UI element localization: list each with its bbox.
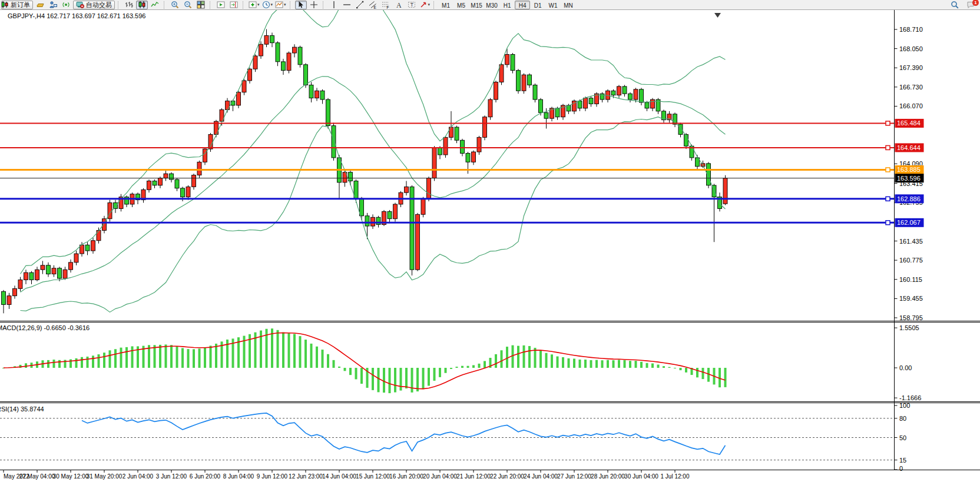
- candle-body: [270, 35, 274, 42]
- zoom-in-button[interactable]: [169, 1, 181, 9]
- toolbar-separator: [433, 1, 436, 9]
- trendline-button[interactable]: [354, 1, 366, 9]
- timeframe-button-d1[interactable]: D1: [530, 1, 545, 9]
- arrows-icon: [419, 1, 428, 9]
- indicators-button[interactable]: ▾: [248, 1, 260, 9]
- candle-body: [208, 134, 213, 149]
- candle-body: [578, 101, 582, 108]
- macd-histogram-bar: [277, 330, 279, 368]
- new-order-button[interactable]: 新订单: [1, 1, 33, 9]
- price-tick-label: 159.455: [899, 295, 923, 302]
- profiles-button[interactable]: [34, 1, 46, 9]
- macd-histogram-bar: [651, 363, 654, 368]
- fibonacci-button[interactable]: F: [380, 1, 392, 9]
- timeframe-button-m15[interactable]: M15: [469, 1, 484, 9]
- macd-histogram-bar: [181, 348, 184, 368]
- zoom-in-icon: [171, 1, 179, 9]
- macd-histogram-bar: [271, 328, 273, 368]
- candle-body: [315, 91, 319, 98]
- candle-body: [326, 99, 330, 125]
- macd-histogram-bar: [601, 360, 604, 368]
- macd-histogram-bar: [478, 364, 481, 368]
- macd-histogram-bar: [461, 366, 463, 368]
- zoom-out-button[interactable]: [182, 1, 194, 9]
- market-watch-button[interactable]: [47, 1, 59, 9]
- templates-button[interactable]: ▾: [274, 1, 287, 9]
- macd-tick-label: -1.1666: [899, 394, 921, 401]
- candle-body: [488, 99, 492, 117]
- candle-body: [623, 87, 627, 94]
- timeframe-button-m5[interactable]: M5: [453, 1, 469, 9]
- timeframe-button-h1[interactable]: H1: [499, 1, 515, 9]
- dropdown-arrow-icon[interactable]: ▾: [284, 2, 286, 7]
- hline-handle[interactable]: [886, 168, 890, 172]
- macd-histogram-bar: [573, 358, 575, 368]
- macd-histogram-bar: [439, 368, 441, 377]
- hline-handle[interactable]: [886, 145, 890, 149]
- tile-windows-button[interactable]: [195, 1, 207, 9]
- template-icon: [275, 1, 283, 9]
- macd-histogram-bar: [724, 368, 727, 387]
- mt4-window: 168.710168.050167.390166.730166.070164.0…: [0, 0, 980, 482]
- auto-scroll-button[interactable]: [215, 1, 227, 9]
- candle-body: [276, 43, 280, 62]
- vertical-line-button[interactable]: [328, 1, 340, 9]
- macd-histogram-bar: [47, 360, 49, 368]
- dropdown-arrow-icon[interactable]: ▾: [257, 2, 260, 7]
- periods-button[interactable]: ▾: [261, 1, 274, 9]
- autotrading-button[interactable]: 自动交易: [73, 1, 115, 9]
- trend-icon: [356, 1, 364, 9]
- timeframe-button-mn[interactable]: MN: [561, 1, 576, 9]
- search-button[interactable]: [949, 1, 961, 9]
- cursor-button[interactable]: [295, 1, 307, 9]
- chart-area[interactable]: 168.710168.050167.390166.730166.070164.0…: [0, 0, 980, 482]
- channel-button[interactable]: E: [367, 1, 379, 9]
- horizontal-line-button[interactable]: [341, 1, 353, 9]
- signals-button[interactable]: [60, 1, 72, 9]
- time-tick-label: 22 Jun 20:00: [490, 473, 524, 480]
- candlestick-chart-button[interactable]: [136, 1, 148, 9]
- timeframe-button-m30[interactable]: M30: [484, 1, 499, 9]
- rsi-indicator-label: RSI(14) 35.8744: [0, 405, 44, 413]
- macd-histogram-bar: [416, 368, 419, 391]
- candle-body: [555, 108, 559, 117]
- macd-histogram-bar: [680, 368, 682, 370]
- chat-button[interactable]: 1: [965, 1, 976, 9]
- candle-body: [393, 204, 398, 219]
- macd-histogram-bar: [484, 361, 486, 368]
- hline-handle[interactable]: [886, 121, 890, 125]
- chart-shift-button[interactable]: [228, 1, 240, 9]
- timeframe-button-m1[interactable]: M1: [438, 1, 453, 9]
- candle-body: [640, 89, 644, 102]
- candle-body: [320, 91, 325, 99]
- crosshair-button[interactable]: [308, 1, 320, 9]
- macd-histogram-bar: [154, 345, 156, 368]
- macd-histogram-bar: [607, 360, 609, 368]
- label-icon: T: [408, 1, 416, 9]
- line-chart-button[interactable]: [149, 1, 161, 9]
- arrows-button[interactable]: ▾: [419, 1, 431, 9]
- macd-histogram-bar: [551, 354, 553, 368]
- macd-histogram-bar: [304, 340, 307, 368]
- macd-histogram-bar: [210, 345, 212, 368]
- text-button[interactable]: A: [393, 1, 405, 9]
- toolbar-separator: [210, 1, 213, 9]
- timeframe-button-w1[interactable]: W1: [545, 1, 561, 9]
- hline-handle[interactable]: [886, 221, 890, 225]
- candle-body: [63, 270, 67, 278]
- bar-chart-button[interactable]: [123, 1, 135, 9]
- macd-histogram-bar: [646, 363, 648, 368]
- macd-histogram-bar: [517, 346, 519, 368]
- candle-body: [237, 92, 241, 105]
- hline-handle[interactable]: [886, 197, 890, 201]
- candle-body: [304, 65, 308, 85]
- candle-body: [147, 181, 151, 190]
- price-tick-label: 158.795: [899, 314, 923, 321]
- candle-body: [175, 179, 179, 188]
- dropdown-arrow-icon[interactable]: ▾: [271, 2, 273, 7]
- dropdown-arrow-icon[interactable]: ▾: [428, 2, 431, 7]
- timeframe-button-h4[interactable]: H4: [515, 1, 530, 9]
- label-button[interactable]: T: [406, 1, 418, 9]
- candle-body: [58, 268, 62, 278]
- candle-body: [432, 148, 436, 178]
